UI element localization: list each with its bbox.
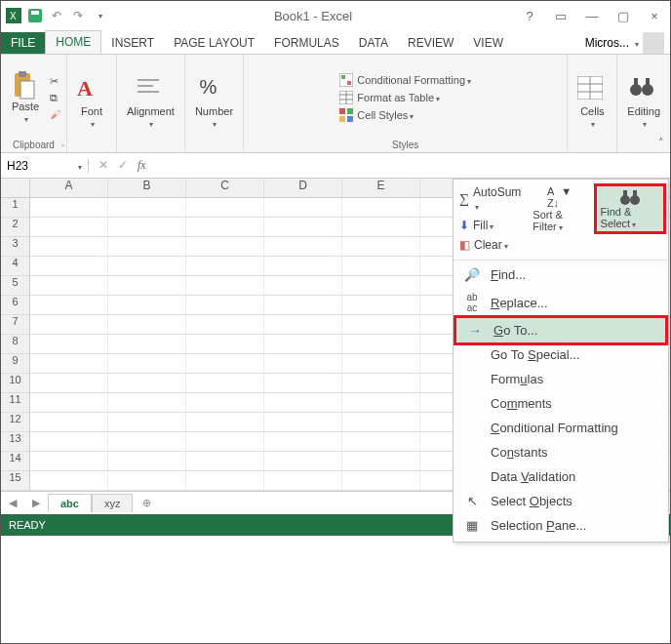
- cell[interactable]: [264, 257, 342, 275]
- cell[interactable]: [264, 276, 342, 295]
- cell[interactable]: [342, 432, 420, 451]
- cell[interactable]: [264, 374, 342, 392]
- menu-find[interactable]: 🔎 FFind...ind...: [454, 262, 668, 287]
- cell[interactable]: [264, 335, 342, 353]
- cell[interactable]: [30, 432, 108, 451]
- menu-go-to-special[interactable]: Go To Special...: [454, 342, 668, 367]
- cell[interactable]: [108, 354, 186, 373]
- cell[interactable]: [186, 374, 264, 392]
- cell[interactable]: [342, 452, 420, 470]
- alignment-button[interactable]: Alignment: [123, 74, 178, 131]
- format-as-table-button[interactable]: Format as Table: [339, 91, 471, 104]
- cells-button[interactable]: Cells: [573, 74, 611, 131]
- tab-review[interactable]: REVIEW: [398, 32, 463, 54]
- copy-icon[interactable]: ⧉: [50, 92, 60, 104]
- cell[interactable]: [30, 198, 108, 217]
- row-header[interactable]: 14: [1, 452, 30, 470]
- cell[interactable]: [108, 296, 186, 314]
- redo-icon[interactable]: ↷: [69, 7, 87, 24]
- row-header[interactable]: 1: [1, 198, 30, 217]
- cell[interactable]: [342, 393, 420, 412]
- tab-file[interactable]: FILE: [1, 32, 45, 54]
- cell[interactable]: [30, 315, 108, 334]
- menu-selection-pane[interactable]: ▦ Selection Pane...: [454, 513, 668, 538]
- close-icon[interactable]: ×: [643, 9, 666, 23]
- sort-filter-button[interactable]: AZ↓ ▼ Sort & Filter: [529, 183, 589, 234]
- col-header[interactable]: A: [30, 179, 108, 197]
- sheet-nav-prev[interactable]: ◀: [1, 497, 24, 509]
- cell[interactable]: [264, 237, 342, 256]
- format-painter-icon[interactable]: 🖌: [50, 108, 60, 120]
- cell[interactable]: [30, 413, 108, 431]
- sheet-nav-next[interactable]: ▶: [24, 497, 48, 509]
- cell[interactable]: [30, 237, 108, 256]
- cell[interactable]: [264, 432, 342, 451]
- find-select-button[interactable]: Find & Select: [594, 183, 666, 234]
- cell[interactable]: [264, 413, 342, 431]
- row-header[interactable]: 2: [1, 218, 30, 236]
- help-icon[interactable]: ?: [518, 9, 541, 23]
- sheet-tab[interactable]: xyz: [92, 494, 134, 512]
- col-header[interactable]: B: [108, 179, 186, 197]
- cell[interactable]: [342, 354, 420, 373]
- row-header[interactable]: 11: [1, 393, 30, 412]
- cell[interactable]: [186, 335, 264, 353]
- cell[interactable]: [108, 413, 186, 431]
- row-header[interactable]: 12: [1, 413, 30, 431]
- cell[interactable]: [342, 413, 420, 431]
- menu-go-to[interactable]: → Go To...: [454, 315, 668, 345]
- cell[interactable]: [264, 452, 342, 470]
- cell[interactable]: [264, 315, 342, 334]
- row-header[interactable]: 5: [1, 276, 30, 295]
- cut-icon[interactable]: ✂: [50, 75, 60, 88]
- col-header[interactable]: C: [186, 179, 264, 197]
- tab-data[interactable]: DATA: [349, 32, 398, 54]
- cell[interactable]: [108, 198, 186, 217]
- menu-replace[interactable]: abac Replace...: [454, 287, 668, 318]
- cell[interactable]: [108, 471, 186, 490]
- dialog-launcher-icon[interactable]: ▫: [61, 141, 64, 150]
- cell[interactable]: [186, 432, 264, 451]
- row-header[interactable]: 8: [1, 335, 30, 353]
- menu-comments[interactable]: Comments: [454, 391, 668, 416]
- menu-select-objects[interactable]: ↖ Select Objects: [454, 489, 668, 513]
- cell[interactable]: [264, 296, 342, 314]
- cell[interactable]: [30, 218, 108, 236]
- col-header[interactable]: D: [264, 179, 342, 197]
- cell[interactable]: [342, 335, 420, 353]
- font-button[interactable]: A Font: [73, 74, 110, 131]
- cell[interactable]: [186, 471, 264, 490]
- col-header[interactable]: E: [342, 179, 420, 197]
- cell[interactable]: [30, 257, 108, 275]
- cell[interactable]: [342, 198, 420, 217]
- row-header[interactable]: 9: [1, 354, 30, 373]
- cell[interactable]: [342, 296, 420, 314]
- cell[interactable]: [108, 335, 186, 353]
- conditional-formatting-button[interactable]: Conditional Formatting: [339, 73, 471, 87]
- cell[interactable]: [108, 315, 186, 334]
- cell[interactable]: [108, 276, 186, 295]
- cell[interactable]: [342, 315, 420, 334]
- maximize-icon[interactable]: ▢: [612, 9, 635, 23]
- clear-button[interactable]: ◧ Clear: [455, 236, 525, 254]
- cell[interactable]: [264, 218, 342, 236]
- tab-home[interactable]: HOME: [45, 30, 101, 54]
- cell[interactable]: [108, 218, 186, 236]
- menu-formulas[interactable]: Formulas: [454, 367, 668, 391]
- cell[interactable]: [264, 393, 342, 412]
- cell[interactable]: [108, 237, 186, 256]
- cell[interactable]: [186, 218, 264, 236]
- cell[interactable]: [186, 315, 264, 334]
- cell[interactable]: [342, 276, 420, 295]
- cell[interactable]: [30, 276, 108, 295]
- fill-button[interactable]: ⬇ Fill: [455, 217, 525, 234]
- cell[interactable]: [264, 198, 342, 217]
- cell[interactable]: [264, 354, 342, 373]
- paste-button[interactable]: Paste: [7, 69, 44, 126]
- account-area[interactable]: Micros...: [579, 32, 670, 54]
- minimize-icon[interactable]: —: [580, 9, 604, 23]
- row-header[interactable]: 13: [1, 432, 30, 451]
- row-header[interactable]: 10: [1, 374, 30, 392]
- tab-page-layout[interactable]: PAGE LAYOUT: [164, 32, 264, 54]
- select-all-corner[interactable]: [1, 179, 30, 197]
